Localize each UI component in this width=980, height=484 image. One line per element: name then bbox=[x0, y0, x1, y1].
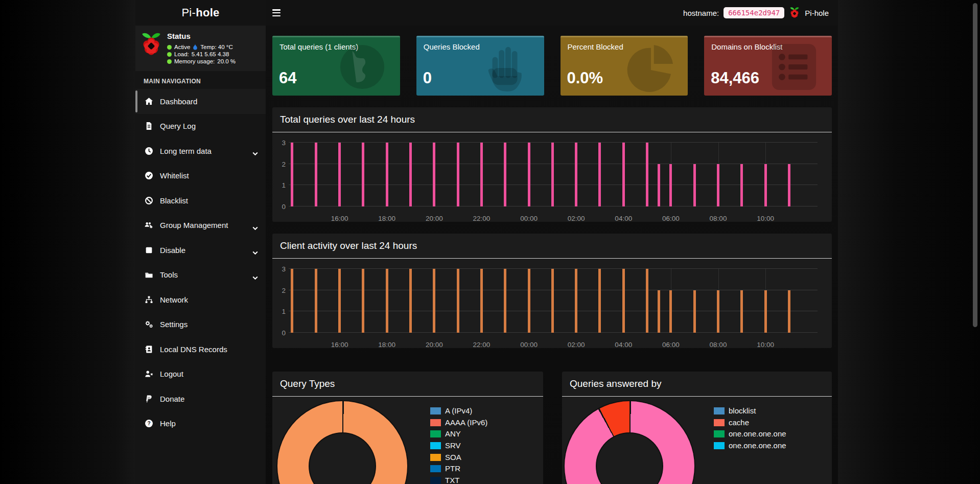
x-axis-tick-label: 06:00 bbox=[662, 341, 680, 349]
donut-chart bbox=[565, 401, 694, 484]
panel-header: Query Types bbox=[272, 372, 543, 397]
sidebar-item-blacklist[interactable]: Blacklist bbox=[135, 188, 266, 213]
legend-label: SOA bbox=[445, 454, 461, 461]
gears-icon bbox=[144, 320, 153, 329]
sidebar-item-dashboard[interactable]: Dashboard bbox=[135, 89, 266, 114]
hostname-label: hostname: bbox=[683, 9, 719, 17]
legend-swatch bbox=[714, 430, 725, 437]
sidebar-item-donate[interactable]: Donate bbox=[135, 386, 266, 411]
data-bar bbox=[457, 269, 459, 333]
summary-card-percent-blocked: Percent Blocked0.0% bbox=[561, 36, 688, 96]
x-axis-tick-label: 22:00 bbox=[473, 215, 491, 222]
legend-item[interactable]: SRV bbox=[430, 440, 487, 452]
sidebar-item-settings[interactable]: Settings bbox=[135, 312, 266, 337]
card-value: 84,466 bbox=[711, 69, 759, 87]
vertical-scrollbar-thumb[interactable] bbox=[973, 3, 977, 327]
data-bar bbox=[480, 143, 483, 206]
sidebar-item-label: Logout bbox=[160, 370, 183, 378]
sidebar-item-label: Tools bbox=[160, 270, 178, 279]
data-bar bbox=[788, 164, 790, 206]
data-bar bbox=[409, 269, 412, 333]
total-queries-chart-panel: Total queries over last 24 hours 012316:… bbox=[272, 107, 832, 222]
panel-header: Total queries over last 24 hours bbox=[272, 107, 832, 132]
desktop-background-left bbox=[0, 0, 135, 484]
data-bar bbox=[315, 143, 317, 206]
status-row: Memory usage:20.0 % bbox=[167, 58, 236, 65]
legend-item[interactable]: one.one.one.one bbox=[714, 428, 786, 440]
sidebar-item-whitelist[interactable]: Whitelist bbox=[135, 164, 266, 189]
legend-item[interactable]: SOA bbox=[430, 451, 487, 463]
legend-label: one.one.one.one bbox=[729, 442, 786, 449]
data-bar bbox=[457, 143, 459, 206]
sidebar-item-network[interactable]: Network bbox=[135, 287, 266, 312]
logout-icon bbox=[144, 370, 153, 378]
sidebar-item-local-dns-records[interactable]: Local DNS Records bbox=[135, 337, 266, 362]
legend-item[interactable]: ANY bbox=[430, 428, 487, 440]
network-icon bbox=[144, 295, 153, 304]
panel-title: Queries answered by bbox=[570, 378, 662, 389]
data-bar bbox=[480, 269, 483, 333]
sidebar-item-help[interactable]: ?Help bbox=[135, 411, 266, 436]
sidebar-item-long-term-data[interactable]: Long term data bbox=[135, 139, 266, 164]
summary-cards-row: Total queries (1 clients)64Queries Block… bbox=[272, 36, 832, 96]
brand-prefix: Pi- bbox=[181, 6, 196, 19]
data-bar bbox=[598, 143, 601, 206]
legend-item[interactable]: PTR bbox=[430, 463, 487, 475]
legend-item[interactable]: cache bbox=[714, 417, 786, 429]
queries-answered-by-panel: Queries answered by blocklistcacheone.on… bbox=[562, 372, 832, 484]
data-bar bbox=[551, 143, 554, 206]
client-activity-chart: 012316:0018:0020:0022:0000:0002:0004:000… bbox=[272, 259, 832, 348]
panel-header: Client activity over last 24 hours bbox=[272, 234, 832, 259]
navbar-right: hostname: 666154e2d947 Pi-hole bbox=[683, 6, 829, 20]
data-bar bbox=[693, 290, 696, 333]
x-axis-tick-label: 18:00 bbox=[378, 215, 395, 222]
hand-icon bbox=[476, 42, 537, 92]
legend-swatch bbox=[714, 407, 725, 414]
legend-item[interactable]: TXT bbox=[430, 475, 487, 484]
sidebar-item-label: Help bbox=[160, 419, 176, 428]
check-circle-icon bbox=[144, 171, 153, 180]
legend-item[interactable]: blocklist bbox=[714, 405, 786, 417]
y-axis-tick-label: 0 bbox=[272, 203, 286, 211]
status-panel: Status ActiveTemp: 40 °CLoad:5.41 5.65 4… bbox=[135, 26, 266, 71]
legend-swatch bbox=[430, 419, 441, 426]
y-axis-tick-label: 3 bbox=[272, 265, 286, 273]
sidebar-brand[interactable]: Pi-hole bbox=[135, 0, 266, 26]
sidebar-item-label: Group Management bbox=[160, 221, 228, 229]
data-bar bbox=[291, 143, 293, 206]
chevron-down-icon bbox=[252, 149, 258, 157]
status-text: Load: bbox=[174, 51, 189, 58]
data-bar bbox=[386, 269, 388, 333]
sidebar-item-disable[interactable]: Disable bbox=[135, 238, 266, 263]
users-gear-icon bbox=[144, 221, 153, 229]
legend-item[interactable]: one.one.one.one bbox=[714, 440, 786, 452]
sidebar-item-query-log[interactable]: Query Log bbox=[135, 114, 266, 139]
sidebar-item-group-management[interactable]: Group Management bbox=[135, 213, 266, 238]
sidebar-item-tools[interactable]: Tools bbox=[135, 263, 266, 288]
x-axis-tick-label: 06:00 bbox=[662, 215, 680, 222]
legend-label: TXT bbox=[445, 477, 459, 484]
x-axis-tick-label: 04:00 bbox=[615, 341, 632, 349]
hamburger-menu-icon[interactable] bbox=[272, 9, 281, 16]
query-types-panel: Query Types A (IPv4)AAAA (IPv6)ANYSRVSOA… bbox=[272, 372, 543, 484]
sidebar-item-logout[interactable]: Logout bbox=[135, 362, 266, 387]
sidebar-item-label: Dashboard bbox=[160, 97, 197, 106]
card-value: 64 bbox=[279, 69, 296, 87]
summary-card-queries-blocked: Queries Blocked0 bbox=[416, 36, 544, 96]
legend-item[interactable]: AAAA (IPv6) bbox=[430, 417, 487, 429]
data-bar bbox=[788, 290, 790, 333]
status-row: Load:5.41 5.65 4.38 bbox=[167, 51, 236, 58]
stop-square-icon bbox=[144, 246, 153, 255]
brand-bold: hole bbox=[196, 6, 219, 19]
x-axis-tick-label: 02:00 bbox=[568, 215, 585, 222]
y-axis-tick-label: 1 bbox=[272, 181, 286, 189]
x-axis-tick-label: 10:00 bbox=[757, 341, 774, 349]
main-content: Total queries (1 clients)64Queries Block… bbox=[266, 26, 838, 484]
sidebar-item-label: Long term data bbox=[160, 147, 212, 155]
raspberry-logo-icon bbox=[139, 31, 163, 65]
legend-item[interactable]: A (IPv4) bbox=[430, 405, 487, 417]
sidebar-item-label: Network bbox=[160, 295, 188, 304]
x-axis-tick-label: 04:00 bbox=[615, 215, 632, 222]
legend-swatch bbox=[430, 465, 441, 472]
panel-title: Total queries over last 24 hours bbox=[280, 114, 415, 125]
